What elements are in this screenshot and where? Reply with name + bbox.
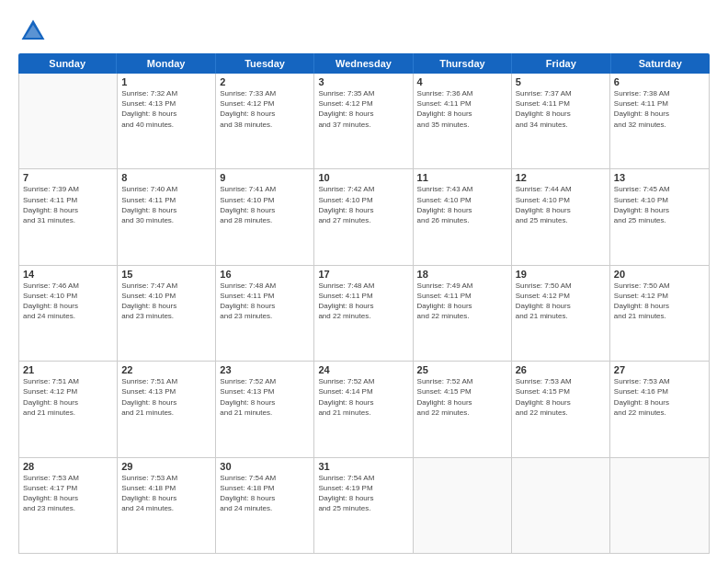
calendar-cell-3-0: 21Sunrise: 7:51 AM Sunset: 4:12 PM Dayli… (19, 362, 118, 456)
cell-content: Sunrise: 7:32 AM Sunset: 4:13 PM Dayligh… (121, 88, 211, 130)
calendar-cell-1-1: 8Sunrise: 7:40 AM Sunset: 4:11 PM Daylig… (118, 169, 216, 264)
calendar: SundayMondayTuesdayWednesdayThursdayFrid… (18, 53, 710, 554)
calendar-cell-4-3: 31Sunrise: 7:54 AM Sunset: 4:19 PM Dayli… (314, 458, 413, 553)
day-number: 6 (614, 76, 705, 87)
calendar-cell-4-5 (512, 458, 610, 553)
header-day-saturday: Saturday (611, 53, 710, 74)
day-number: 13 (614, 172, 705, 183)
header-day-sunday: Sunday (18, 53, 117, 74)
calendar-cell-0-3: 3Sunrise: 7:35 AM Sunset: 4:12 PM Daylig… (314, 74, 413, 168)
calendar-cell-2-4: 18Sunrise: 7:49 AM Sunset: 4:11 PM Dayli… (414, 266, 512, 361)
cell-content: Sunrise: 7:41 AM Sunset: 4:10 PM Dayligh… (220, 184, 310, 225)
cell-content: Sunrise: 7:48 AM Sunset: 4:11 PM Dayligh… (318, 281, 408, 322)
cell-content: Sunrise: 7:53 AM Sunset: 4:17 PM Dayligh… (23, 473, 113, 514)
calendar-cell-0-5: 5Sunrise: 7:37 AM Sunset: 4:11 PM Daylig… (512, 74, 610, 168)
day-number: 22 (121, 364, 211, 375)
cell-content: Sunrise: 7:54 AM Sunset: 4:19 PM Dayligh… (318, 473, 408, 514)
cell-content: Sunrise: 7:45 AM Sunset: 4:10 PM Dayligh… (614, 184, 705, 225)
cell-content: Sunrise: 7:39 AM Sunset: 4:11 PM Dayligh… (23, 184, 113, 225)
cell-content: Sunrise: 7:53 AM Sunset: 4:15 PM Dayligh… (516, 376, 606, 418)
calendar-cell-2-1: 15Sunrise: 7:47 AM Sunset: 4:10 PM Dayli… (118, 266, 216, 361)
cell-content: Sunrise: 7:52 AM Sunset: 4:15 PM Dayligh… (417, 376, 507, 418)
cell-content: Sunrise: 7:51 AM Sunset: 4:12 PM Dayligh… (23, 376, 113, 418)
calendar-row-3: 21Sunrise: 7:51 AM Sunset: 4:12 PM Dayli… (19, 362, 709, 457)
day-number: 9 (220, 172, 310, 183)
calendar-cell-4-6 (610, 458, 709, 553)
cell-content: Sunrise: 7:50 AM Sunset: 4:12 PM Dayligh… (516, 281, 606, 322)
day-number: 16 (220, 269, 310, 280)
cell-content: Sunrise: 7:35 AM Sunset: 4:12 PM Dayligh… (318, 88, 408, 130)
calendar-cell-4-2: 30Sunrise: 7:54 AM Sunset: 4:18 PM Dayli… (216, 458, 314, 553)
cell-content: Sunrise: 7:37 AM Sunset: 4:11 PM Dayligh… (516, 88, 606, 130)
logo-icon (18, 17, 48, 46)
header-day-wednesday: Wednesday (314, 53, 413, 74)
cell-content: Sunrise: 7:53 AM Sunset: 4:18 PM Dayligh… (121, 473, 211, 514)
day-number: 21 (23, 364, 113, 375)
calendar-cell-0-2: 2Sunrise: 7:33 AM Sunset: 4:12 PM Daylig… (216, 74, 314, 168)
calendar-cell-1-6: 13Sunrise: 7:45 AM Sunset: 4:10 PM Dayli… (610, 169, 709, 264)
day-number: 28 (23, 461, 113, 472)
header-day-monday: Monday (117, 53, 215, 74)
calendar-cell-2-0: 14Sunrise: 7:46 AM Sunset: 4:10 PM Dayli… (19, 266, 118, 361)
day-number: 20 (614, 269, 705, 280)
cell-content: Sunrise: 7:44 AM Sunset: 4:10 PM Dayligh… (516, 184, 606, 225)
cell-content: Sunrise: 7:52 AM Sunset: 4:13 PM Dayligh… (220, 376, 310, 418)
day-number: 23 (220, 364, 310, 375)
calendar-cell-3-5: 26Sunrise: 7:53 AM Sunset: 4:15 PM Dayli… (512, 362, 610, 456)
cell-content: Sunrise: 7:43 AM Sunset: 4:10 PM Dayligh… (417, 184, 507, 225)
day-number: 24 (318, 364, 408, 375)
calendar-cell-4-1: 29Sunrise: 7:53 AM Sunset: 4:18 PM Dayli… (118, 458, 216, 553)
cell-content: Sunrise: 7:40 AM Sunset: 4:11 PM Dayligh… (121, 184, 211, 225)
cell-content: Sunrise: 7:49 AM Sunset: 4:11 PM Dayligh… (417, 281, 507, 322)
calendar-cell-2-6: 20Sunrise: 7:50 AM Sunset: 4:12 PM Dayli… (610, 266, 709, 361)
calendar-cell-3-1: 22Sunrise: 7:51 AM Sunset: 4:13 PM Dayli… (118, 362, 216, 456)
calendar-cell-3-2: 23Sunrise: 7:52 AM Sunset: 4:13 PM Dayli… (216, 362, 314, 456)
day-number: 14 (23, 269, 113, 280)
calendar-cell-3-4: 25Sunrise: 7:52 AM Sunset: 4:15 PM Dayli… (414, 362, 512, 456)
header-day-friday: Friday (512, 53, 610, 74)
day-number: 11 (417, 172, 507, 183)
cell-content: Sunrise: 7:46 AM Sunset: 4:10 PM Dayligh… (23, 281, 113, 322)
calendar-row-2: 14Sunrise: 7:46 AM Sunset: 4:10 PM Dayli… (19, 266, 709, 362)
header-day-tuesday: Tuesday (216, 53, 314, 74)
calendar-cell-3-6: 27Sunrise: 7:53 AM Sunset: 4:16 PM Dayli… (610, 362, 709, 456)
calendar-cell-4-0: 28Sunrise: 7:53 AM Sunset: 4:17 PM Dayli… (19, 458, 118, 553)
day-number: 5 (516, 76, 606, 87)
day-number: 7 (23, 172, 113, 183)
cell-content: Sunrise: 7:38 AM Sunset: 4:11 PM Dayligh… (614, 88, 705, 130)
day-number: 10 (318, 172, 408, 183)
day-number: 25 (417, 364, 507, 375)
calendar-row-1: 7Sunrise: 7:39 AM Sunset: 4:11 PM Daylig… (19, 169, 709, 265)
calendar-cell-1-2: 9Sunrise: 7:41 AM Sunset: 4:10 PM Daylig… (216, 169, 314, 264)
cell-content: Sunrise: 7:48 AM Sunset: 4:11 PM Dayligh… (220, 281, 310, 322)
day-number: 30 (220, 461, 310, 472)
day-number: 8 (121, 172, 211, 183)
calendar-body: 1Sunrise: 7:32 AM Sunset: 4:13 PM Daylig… (18, 74, 710, 554)
header-day-thursday: Thursday (414, 53, 512, 74)
day-number: 15 (121, 269, 211, 280)
cell-content: Sunrise: 7:54 AM Sunset: 4:18 PM Dayligh… (220, 473, 310, 514)
calendar-row-4: 28Sunrise: 7:53 AM Sunset: 4:17 PM Dayli… (19, 458, 709, 553)
calendar-cell-1-0: 7Sunrise: 7:39 AM Sunset: 4:11 PM Daylig… (19, 169, 118, 264)
calendar-cell-0-1: 1Sunrise: 7:32 AM Sunset: 4:13 PM Daylig… (118, 74, 216, 168)
logo (18, 17, 53, 46)
calendar-cell-3-3: 24Sunrise: 7:52 AM Sunset: 4:14 PM Dayli… (314, 362, 413, 456)
day-number: 31 (318, 461, 408, 472)
day-number: 2 (220, 76, 310, 87)
day-number: 18 (417, 269, 507, 280)
day-number: 1 (121, 76, 211, 87)
day-number: 27 (614, 364, 705, 375)
day-number: 29 (121, 461, 211, 472)
calendar-cell-2-3: 17Sunrise: 7:48 AM Sunset: 4:11 PM Dayli… (314, 266, 413, 361)
calendar-cell-1-3: 10Sunrise: 7:42 AM Sunset: 4:10 PM Dayli… (314, 169, 413, 264)
calendar-cell-0-6: 6Sunrise: 7:38 AM Sunset: 4:11 PM Daylig… (610, 74, 709, 168)
day-number: 17 (318, 269, 408, 280)
day-number: 12 (516, 172, 606, 183)
calendar-cell-1-5: 12Sunrise: 7:44 AM Sunset: 4:10 PM Dayli… (512, 169, 610, 264)
day-number: 4 (417, 76, 507, 87)
cell-content: Sunrise: 7:42 AM Sunset: 4:10 PM Dayligh… (318, 184, 408, 225)
calendar-header: SundayMondayTuesdayWednesdayThursdayFrid… (18, 53, 710, 74)
calendar-cell-1-4: 11Sunrise: 7:43 AM Sunset: 4:10 PM Dayli… (414, 169, 512, 264)
calendar-cell-2-2: 16Sunrise: 7:48 AM Sunset: 4:11 PM Dayli… (216, 266, 314, 361)
calendar-row-0: 1Sunrise: 7:32 AM Sunset: 4:13 PM Daylig… (19, 74, 709, 169)
